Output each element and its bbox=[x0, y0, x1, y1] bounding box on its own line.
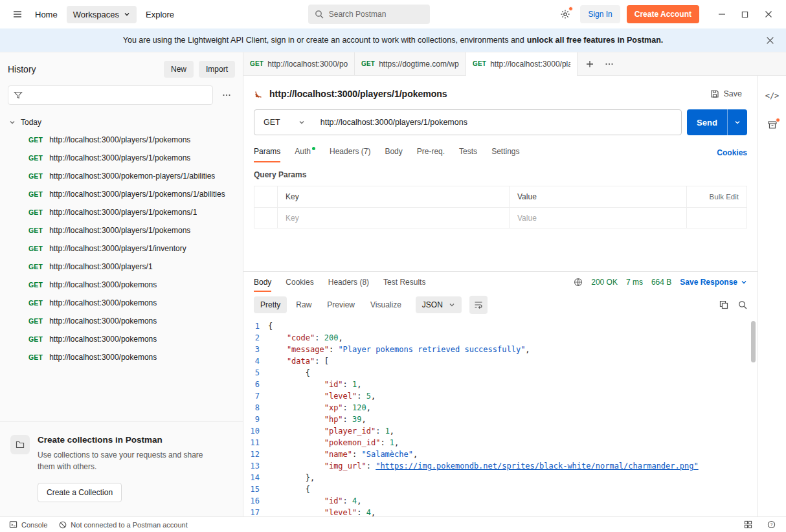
global-search[interactable] bbox=[308, 5, 430, 24]
request-tab[interactable]: GEThttps://dogtime.com/wp- bbox=[355, 52, 466, 75]
network-icon[interactable] bbox=[574, 278, 583, 287]
save-icon bbox=[710, 89, 719, 98]
response-tab-headers-8[interactable]: Headers (8) bbox=[328, 272, 369, 292]
view-tab-raw[interactable]: Raw bbox=[289, 296, 318, 313]
nav-home[interactable]: Home bbox=[28, 6, 64, 23]
settings-button[interactable] bbox=[557, 6, 574, 23]
tab-url: http://localhost:3000/pla bbox=[490, 60, 570, 69]
request-tab-pre-req[interactable]: Pre-req. bbox=[417, 143, 445, 162]
request-tab[interactable]: GEThttp://localhost:3000/pla bbox=[466, 52, 578, 75]
connection-label: Not connected to a Postman account bbox=[71, 521, 187, 529]
cookies-link[interactable]: Cookies bbox=[717, 148, 747, 157]
create-collection-button[interactable]: Create a Collection bbox=[38, 483, 122, 502]
svg-text:?: ? bbox=[770, 522, 772, 527]
help-icon[interactable]: ? bbox=[763, 516, 780, 532]
response-tab-cookies[interactable]: Cookies bbox=[286, 272, 313, 292]
shortcuts-icon[interactable] bbox=[739, 516, 756, 532]
code-line: 8"xp": 120, bbox=[243, 402, 758, 414]
import-button[interactable]: Import bbox=[199, 61, 235, 78]
history-item[interactable]: GEThttp://localhost:3000/players/1/pokem… bbox=[0, 221, 243, 239]
history-item[interactable]: GEThttp://localhost:3000/pokemons bbox=[0, 330, 243, 348]
save-response-button[interactable]: Save Response bbox=[680, 278, 747, 287]
search-input[interactable] bbox=[329, 10, 413, 19]
sign-in-button[interactable]: Sign In bbox=[580, 5, 620, 23]
new-button[interactable]: New bbox=[164, 61, 194, 78]
send-button[interactable]: Send bbox=[687, 109, 727, 135]
view-tab-pretty[interactable]: Pretty bbox=[254, 296, 287, 313]
minimize-icon[interactable] bbox=[713, 6, 730, 23]
request-pane: http://localhost:3000/players/1/pokemons… bbox=[243, 76, 758, 271]
postman-app: Home Workspaces Explore Sign In Create A… bbox=[0, 0, 786, 532]
line-number: 13 bbox=[243, 460, 268, 472]
request-tab-auth[interactable]: Auth bbox=[295, 143, 315, 162]
param-value-input[interactable] bbox=[517, 214, 679, 223]
history-group-today[interactable]: Today bbox=[0, 110, 243, 131]
search-icon bbox=[315, 10, 324, 19]
method-label: GET bbox=[361, 60, 375, 67]
history-item[interactable]: GEThttp://localhost:3000/pokemons bbox=[0, 348, 243, 366]
cookies-panel-icon[interactable] bbox=[767, 120, 778, 130]
history-filter[interactable] bbox=[8, 85, 213, 105]
param-key-input[interactable] bbox=[286, 214, 501, 223]
request-tab-headers-7[interactable]: Headers (7) bbox=[330, 143, 370, 162]
history-filter-input[interactable] bbox=[27, 91, 207, 100]
offline-icon bbox=[59, 521, 67, 529]
history-item[interactable]: GEThttp://localhost:3000/players/1/pokem… bbox=[0, 149, 243, 167]
request-tab-settings[interactable]: Settings bbox=[491, 143, 519, 162]
new-tab-icon[interactable] bbox=[581, 56, 598, 72]
create-account-button[interactable]: Create Account bbox=[627, 5, 699, 23]
history-item[interactable]: GEThttp://localhost:3000/pokemons bbox=[0, 312, 243, 330]
code-line: 6"id": 1, bbox=[243, 379, 758, 390]
maximize-icon[interactable] bbox=[737, 6, 754, 23]
nav-workspaces[interactable]: Workspaces bbox=[67, 6, 137, 23]
history-item[interactable]: GEThttp://localhost:3000/players/1/pokem… bbox=[0, 185, 243, 203]
banner-close-icon[interactable] bbox=[761, 32, 778, 49]
response-size: 664 B bbox=[651, 278, 671, 287]
history-item[interactable]: GEThttp://localhost:3000/pokemon-players… bbox=[0, 167, 243, 185]
response-tab-test-results[interactable]: Test Results bbox=[383, 272, 425, 292]
request-tab[interactable]: GEThttp://localhost:3000/pok bbox=[243, 52, 355, 75]
nav-explore[interactable]: Explore bbox=[139, 6, 181, 23]
history-item[interactable]: GEThttp://localhost:3000/players/1 bbox=[0, 258, 243, 276]
line-number: 15 bbox=[243, 483, 268, 495]
history-url: http://localhost:3000/players/1 bbox=[49, 262, 152, 271]
param-value-header: Value bbox=[510, 186, 687, 207]
code-line: 5{ bbox=[243, 367, 758, 379]
search-response-icon[interactable] bbox=[738, 300, 747, 309]
history-item[interactable]: GEThttp://localhost:3000/pokemons bbox=[0, 294, 243, 312]
line-number: 12 bbox=[243, 449, 268, 460]
request-tab-tests[interactable]: Tests bbox=[459, 143, 477, 162]
format-select[interactable]: JSON bbox=[416, 296, 462, 313]
main-menu-icon[interactable] bbox=[9, 6, 26, 23]
history-item[interactable]: GEThttp://localhost:3000/players/1/pokem… bbox=[0, 131, 243, 149]
response-tab-body[interactable]: Body bbox=[254, 272, 271, 292]
history-item[interactable]: GEThttp://localhost:3000/pokemons bbox=[0, 276, 243, 294]
url-input[interactable] bbox=[314, 110, 681, 135]
request-tab-body[interactable]: Body bbox=[385, 143, 402, 162]
wrap-lines-icon[interactable] bbox=[469, 296, 488, 314]
code-line: 4"data": [ bbox=[243, 355, 758, 367]
request-tab-params[interactable]: Params bbox=[254, 143, 280, 162]
copy-icon[interactable] bbox=[719, 300, 728, 309]
filter-icon bbox=[14, 91, 23, 100]
view-tab-preview[interactable]: Preview bbox=[320, 296, 361, 313]
send-options-icon[interactable] bbox=[727, 109, 747, 135]
scrollbar-thumb[interactable] bbox=[751, 321, 756, 362]
request-tabbar: GEThttp://localhost:3000/pokGEThttps://d… bbox=[243, 52, 786, 76]
response-status: 200 OK bbox=[591, 278, 618, 287]
console-button[interactable]: Console bbox=[6, 519, 50, 530]
history-url: http://localhost:3000/pokemons bbox=[49, 298, 157, 307]
view-tab-visualize[interactable]: Visualize bbox=[364, 296, 408, 313]
code-snippet-icon[interactable]: </> bbox=[765, 91, 780, 100]
code-line: 14}, bbox=[243, 472, 758, 483]
tab-options-icon[interactable] bbox=[601, 56, 618, 72]
history-url: http://localhost:3000/players/1/pokemons… bbox=[49, 208, 197, 217]
method-select[interactable]: GET bbox=[254, 110, 314, 135]
history-more-icon[interactable] bbox=[218, 87, 235, 104]
bulk-edit-button[interactable]: Bulk Edit bbox=[687, 186, 747, 207]
save-request-button[interactable]: Save bbox=[705, 87, 748, 101]
close-window-icon[interactable] bbox=[760, 6, 777, 23]
history-item[interactable]: GEThttp://localhost:3000/players/1/inven… bbox=[0, 239, 243, 258]
history-item[interactable]: GEThttp://localhost:3000/players/1/pokem… bbox=[0, 203, 243, 221]
line-number: 14 bbox=[243, 472, 268, 483]
